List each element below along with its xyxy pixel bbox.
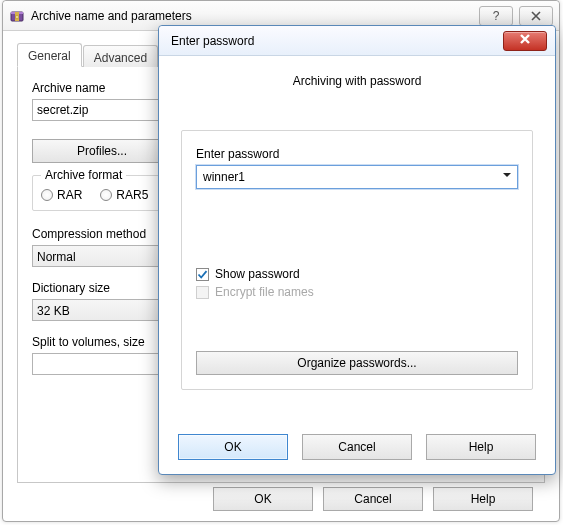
show-password-label: Show password	[215, 267, 300, 281]
svg-rect-3	[16, 16, 19, 18]
radio-icon	[100, 189, 112, 201]
child-help-button[interactable]: Help	[426, 434, 536, 460]
format-rar5-label: RAR5	[116, 188, 148, 202]
child-ok-button[interactable]: OK	[178, 434, 288, 460]
encrypt-filenames-checkbox: Encrypt file names	[196, 285, 518, 299]
archive-format-label: Archive format	[41, 168, 126, 182]
help-titlebar-button[interactable]: ?	[479, 6, 513, 26]
headline: Archiving with password	[181, 74, 533, 88]
child-titlebar: Enter password	[159, 26, 555, 56]
radio-icon	[41, 189, 53, 201]
show-password-checkbox[interactable]: Show password	[196, 267, 518, 281]
child-footer: OK Cancel Help	[159, 434, 555, 460]
profiles-button[interactable]: Profiles...	[32, 139, 172, 163]
format-rar-label: RAR	[57, 188, 82, 202]
parent-help-button[interactable]: Help	[433, 487, 533, 511]
enter-password-label: Enter password	[196, 147, 518, 161]
tab-general[interactable]: General	[17, 43, 82, 67]
format-rar5-radio[interactable]: RAR5	[100, 188, 148, 202]
password-input[interactable]	[196, 165, 518, 189]
parent-ok-button[interactable]: OK	[213, 487, 313, 511]
child-close-button[interactable]	[503, 31, 547, 51]
format-rar-radio[interactable]: RAR	[41, 188, 82, 202]
parent-title: Archive name and parameters	[31, 9, 479, 23]
checkbox-icon	[196, 286, 209, 299]
enter-password-dialog: Enter password Archiving with password E…	[158, 25, 556, 475]
tab-advanced[interactable]: Advanced	[83, 45, 158, 67]
winrar-icon	[9, 8, 25, 24]
close-titlebar-button[interactable]	[519, 6, 553, 26]
parent-cancel-button[interactable]: Cancel	[323, 487, 423, 511]
child-title: Enter password	[171, 34, 503, 48]
encrypt-filenames-label: Encrypt file names	[215, 285, 314, 299]
close-icon	[518, 32, 532, 49]
password-group: Enter password Show password Encrypt fil…	[181, 130, 533, 390]
parent-footer: OK Cancel Help	[3, 487, 559, 511]
organize-passwords-button[interactable]: Organize passwords...	[196, 351, 518, 375]
child-cancel-button[interactable]: Cancel	[302, 434, 412, 460]
checkbox-icon	[196, 268, 209, 281]
